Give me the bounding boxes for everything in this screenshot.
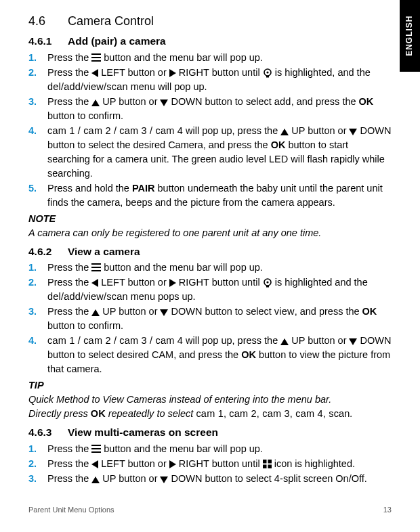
step-row: 2. Press the LEFT button or RIGHT button… [28, 457, 392, 471]
option-name: add [274, 96, 291, 107]
text: RIGHT button until [176, 67, 263, 78]
text: , and press the [295, 306, 362, 317]
right-icon [169, 69, 176, 77]
text: Press the [47, 458, 91, 469]
page-number: 13 [383, 505, 392, 516]
step-row: 5. Press and hold the PAIR button undern… [28, 181, 392, 210]
tip-line-1: Quick Method to View Cameras instead of … [28, 393, 392, 407]
svg-point-4 [266, 282, 268, 284]
subsection-heading-4-6-1: 4.6.1Add (pair) a camera [28, 34, 392, 49]
text: RIGHT button until [176, 458, 263, 469]
step-text: Press the button and the menu bar will p… [47, 442, 392, 456]
section-heading-4-6: 4.6Camera Control [28, 12, 392, 30]
ok-label: OK [271, 139, 286, 150]
step-number: 1. [28, 51, 47, 65]
section-number: 4.6 [28, 12, 68, 30]
text: UP button or [289, 125, 349, 136]
text: LEFT button or [98, 277, 169, 288]
step-row: 3. Press the UP button or DOWN button to… [28, 305, 392, 333]
footer-title: Parent Unit Menu Options [28, 505, 114, 516]
step-row: 1. Press the button and the menu bar wil… [28, 442, 392, 456]
subsection-number: 4.6.3 [28, 425, 68, 440]
text: UP button or [289, 335, 349, 346]
subsection-heading-4-6-2: 4.6.2View a camera [28, 244, 392, 259]
step-number: 2. [28, 66, 47, 94]
step-number: 1. [28, 261, 47, 275]
text: Press the [47, 443, 91, 454]
up-icon [91, 99, 100, 106]
subsection-number: 4.6.2 [28, 244, 68, 259]
subsection-number: 4.6.1 [28, 34, 68, 49]
text: , and press the [291, 96, 359, 107]
ok-label: OK [241, 349, 256, 360]
menu-icon [91, 445, 101, 453]
tip-heading: TIP [28, 378, 392, 393]
text: will pop up, press the [183, 335, 280, 346]
camera-icon [263, 278, 272, 288]
step-text: Press the button and the menu bar will p… [47, 261, 392, 275]
step-number: 3. [28, 305, 47, 333]
note-body: A camera can only be registered to one p… [28, 226, 392, 240]
step-row: 3. Press the UP button or DOWN button to… [28, 95, 392, 123]
step-row: 1. Press the button and the menu bar wil… [28, 261, 392, 275]
text: LEFT button or [98, 67, 169, 78]
pair-label: PAIR [132, 183, 155, 194]
step-text: Press the UP button or DOWN button to se… [47, 472, 392, 486]
text: -split screen On/Off. [280, 473, 367, 484]
menu-icon [91, 53, 101, 62]
text: Press the [47, 96, 91, 107]
step-number: 2. [28, 457, 47, 471]
down-icon [160, 309, 168, 316]
text: Press the [47, 277, 91, 288]
step-text: Press the LEFT button or RIGHT button un… [47, 66, 392, 94]
text: Press the [47, 473, 91, 484]
text: Press and hold the [47, 183, 132, 194]
left-icon [91, 460, 98, 468]
ok-label: OK [362, 306, 377, 317]
page-content: 4.6Camera Control 4.6.1Add (pair) a came… [0, 0, 420, 486]
grid-icon [263, 460, 272, 468]
down-icon [160, 99, 168, 106]
text: Press the [47, 306, 91, 317]
text: . [350, 408, 353, 419]
step-row: 4. cam 1 / cam 2 / cam 3 / cam 4 will po… [28, 334, 392, 376]
step-number: 5. [28, 181, 47, 210]
text: LEFT button or [98, 458, 169, 469]
down-icon [349, 129, 357, 135]
subsection-heading-4-6-3: 4.6.3View multi-cameras on screen [28, 425, 392, 440]
svg-rect-5 [266, 286, 269, 288]
text: Press the [47, 262, 91, 273]
text: DOWN button to select [168, 473, 274, 484]
text: DOWN button to select [168, 306, 274, 317]
step-row: 2. Press the LEFT button or RIGHT button… [28, 66, 392, 94]
step-number: 3. [28, 95, 47, 123]
text: menu pops up. [128, 291, 196, 302]
step-number: 4. [28, 124, 47, 181]
section-title: Camera Control [68, 14, 154, 28]
right-icon [169, 460, 176, 468]
step-number: 1. [28, 442, 47, 456]
step-row: 4. cam 1 / cam 2 / cam 3 / cam 4 will po… [28, 124, 392, 181]
language-tab-label: ENGLISH [404, 16, 415, 56]
right-icon [169, 279, 176, 287]
option-name: 4 [274, 473, 280, 484]
step-row: 2. Press the LEFT button or RIGHT button… [28, 275, 392, 304]
steps-4-6-2: 1. Press the button and the menu bar wil… [28, 261, 392, 376]
step-row: 3. Press the UP button or DOWN button to… [28, 472, 392, 486]
language-tab: ENGLISH [400, 0, 420, 72]
text: icon is highlighted. [272, 458, 355, 469]
svg-rect-6 [263, 460, 267, 464]
note-heading: NOTE [28, 212, 392, 226]
tip-line-2: Directly press OK repeatedly to select c… [28, 407, 392, 421]
menu-icon [91, 263, 101, 271]
subsection-title: View multi-cameras on screen [68, 426, 218, 438]
up-icon [280, 129, 289, 135]
step-number: 3. [28, 472, 47, 486]
up-icon [280, 338, 289, 345]
step-row: 1. Press the button and the menu bar wil… [28, 51, 392, 65]
up-icon [91, 309, 100, 316]
option-name: view [274, 306, 295, 317]
step-text: Press the LEFT button or RIGHT button un… [47, 457, 392, 471]
text: menu will pop up. [128, 81, 207, 92]
step-text: Press the UP button or DOWN button to se… [47, 95, 392, 123]
